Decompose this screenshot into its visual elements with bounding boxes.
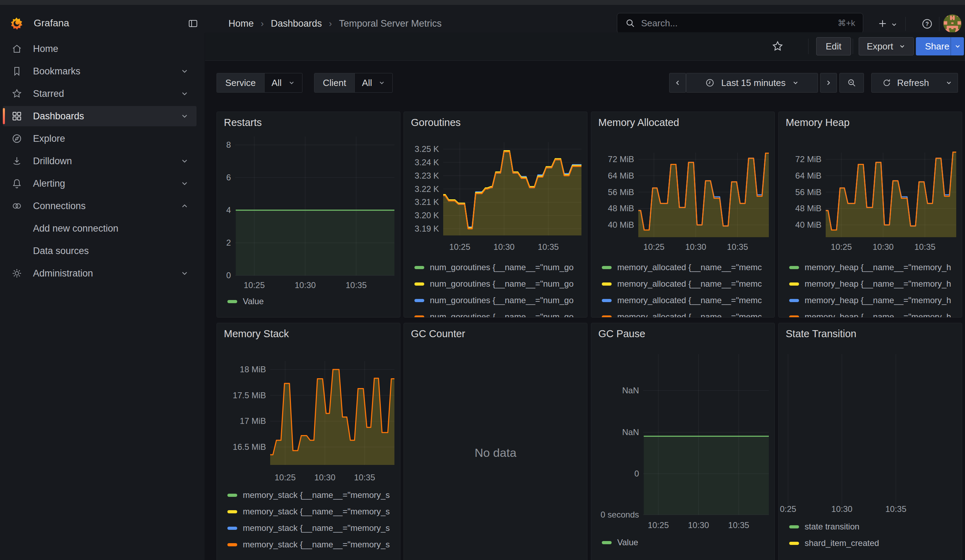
sidebar-item-explore[interactable]: Explore — [3, 129, 196, 149]
breadcrumb-home[interactable]: Home — [229, 18, 254, 29]
legend-item[interactable]: state transition — [789, 521, 958, 532]
legend-series-color — [789, 266, 799, 269]
sidebar-item-label: Alerting — [33, 178, 65, 189]
chevron-down-icon — [792, 79, 799, 87]
time-back-button[interactable] — [669, 73, 686, 93]
sidebar-item-label: Add new connection — [33, 223, 118, 234]
sidebar-item-starred[interactable]: Starred — [3, 83, 196, 104]
sidebar-item-administration[interactable]: Administration — [3, 263, 196, 284]
sidebar-item-label: Starred — [33, 88, 64, 99]
legend-item[interactable]: memory_allocated {__name__="memc — [602, 262, 770, 273]
panel-gc-pause: GC Pause NaNNaN00 seconds10:2510:3010:35… — [591, 323, 775, 560]
share-dropdown-button[interactable] — [950, 37, 964, 56]
refresh-interval-dropdown[interactable] — [940, 73, 958, 93]
legend-item[interactable]: Value — [602, 537, 770, 548]
y-axis-tick: 16.5 MiB — [217, 442, 266, 452]
export-button[interactable]: Export — [859, 37, 914, 56]
sidebar-nav: Home Bookmarks Starred Dashboards Explor… — [0, 32, 204, 560]
sidebar-item-label: Explore — [33, 133, 65, 144]
legend-item[interactable]: Value — [227, 296, 396, 307]
legend-item[interactable]: num_goroutines {__name__="num_go — [414, 279, 583, 289]
legend-item[interactable]: memory_allocated {__name__="memc — [602, 295, 770, 305]
sidebar-item-alerting[interactable]: Alerting — [3, 173, 196, 194]
sidebar-item-dashboards[interactable]: Dashboards — [3, 106, 196, 126]
legend-series-color — [414, 299, 424, 302]
chevron-down-icon[interactable] — [180, 67, 189, 75]
legend-item[interactable]: memory_heap {__name__="memory_h — [789, 279, 958, 289]
legend-series-label: num_goroutines {__name__="num_go — [430, 279, 574, 289]
legend-item[interactable]: memory_heap {__name__="memory_h — [789, 262, 958, 273]
chevron-down-icon[interactable] — [180, 179, 189, 188]
chevron-down-icon[interactable] — [180, 90, 189, 98]
help-icon[interactable]: ? — [921, 18, 934, 30]
legend-item[interactable]: shard_item_created — [789, 538, 958, 549]
legend-item[interactable]: memory_stack {__name__="memory_s — [227, 506, 396, 517]
legend-item[interactable]: memory_stack {__name__="memory_s — [227, 523, 396, 533]
legend-series-color — [602, 299, 612, 302]
export-label: Export — [867, 41, 893, 52]
breadcrumb-dashboards[interactable]: Dashboards — [271, 18, 322, 29]
client-filter[interactable]: Client All — [314, 73, 393, 93]
toolbar-divider — [808, 39, 808, 54]
chevron-up-icon[interactable] — [180, 202, 189, 210]
zoom-out-button[interactable] — [839, 73, 864, 93]
legend-item[interactable]: memory_heap {__name__="memory_h — [789, 295, 958, 305]
service-filter-value: All — [272, 78, 282, 88]
legend-series-color — [414, 315, 424, 318]
sidebar-toggle-icon[interactable] — [187, 18, 199, 29]
y-axis-tick: 40 MiB — [779, 220, 821, 230]
sidebar-item-data-sources[interactable]: Data sources — [3, 241, 227, 261]
x-axis-tick: 10:35 — [346, 280, 367, 291]
sidebar-item-home[interactable]: Home — [3, 39, 196, 59]
panel-restarts: Restarts 8642010:2510:3010:35Value — [216, 112, 401, 318]
legend-series-color — [602, 266, 612, 269]
legend-series-color — [227, 494, 237, 497]
chevron-down-icon — [378, 79, 385, 87]
time-forward-button[interactable] — [820, 73, 837, 93]
time-range-picker[interactable]: Last 15 minutes — [686, 73, 818, 93]
sidebar-item-connections[interactable]: Connections — [3, 196, 196, 216]
add-new-button[interactable] — [877, 18, 888, 29]
header-divider — [905, 17, 906, 31]
favorite-star-icon[interactable] — [771, 40, 784, 53]
star-icon — [11, 88, 23, 99]
legend-series-label: memory_heap {__name__="memory_h — [805, 279, 951, 289]
header-divider — [939, 17, 939, 31]
edit-button[interactable]: Edit — [816, 37, 851, 56]
legend-item[interactable]: num_goroutines {__name__="num_go — [414, 312, 583, 318]
legend-item[interactable]: memory_stack {__name__="memory_s — [227, 490, 396, 500]
sidebar-item-drilldown[interactable]: Drilldown — [3, 151, 196, 171]
legend-series-label: num_goroutines {__name__="num_go — [430, 263, 574, 272]
legend-item[interactable]: memory_allocated {__name__="memc — [602, 279, 770, 289]
chevron-down-icon[interactable] — [180, 157, 189, 165]
service-filter[interactable]: Service All — [216, 73, 303, 93]
legend-item[interactable]: num_goroutines {__name__="num_go — [414, 262, 583, 273]
refresh-button[interactable]: Refresh — [871, 73, 940, 93]
chevron-down-icon[interactable] — [891, 21, 898, 28]
search-input[interactable]: Search... ⌘+k — [617, 13, 863, 33]
sidebar-item-label: Administration — [33, 268, 93, 279]
legend-item[interactable]: memory_stack {__name__="memory_s — [227, 539, 396, 550]
sidebar-item-bookmarks[interactable]: Bookmarks — [3, 61, 196, 82]
panel-title[interactable]: GC Counter — [411, 328, 465, 340]
chevron-down-icon[interactable] — [180, 112, 189, 120]
chevron-down-icon — [288, 79, 295, 87]
legend-series-label: memory_heap {__name__="memory_h — [805, 312, 951, 318]
legend-series-color — [789, 542, 799, 545]
legend-item[interactable]: num_goroutines {__name__="num_go — [414, 295, 583, 305]
legend-item[interactable]: memory_allocated {__name__="memc — [602, 312, 770, 318]
legend-item[interactable]: memory_heap {__name__="memory_h — [789, 312, 958, 318]
user-avatar[interactable] — [943, 15, 962, 33]
grafana-logo-icon[interactable] — [10, 17, 23, 30]
legend-series-color — [227, 300, 237, 303]
refresh-label: Refresh — [897, 78, 929, 88]
window-strip — [0, 0, 965, 5]
search-placeholder: Search... — [641, 18, 832, 29]
y-axis-tick: 3.23 K — [404, 171, 439, 181]
sidebar-item-add-new-connection[interactable]: Add new connection — [3, 218, 227, 238]
svg-text:?: ? — [925, 21, 929, 27]
no-data-message: No data — [404, 446, 587, 460]
chevron-down-icon[interactable] — [180, 269, 189, 278]
legend-series-color — [602, 315, 612, 318]
connections-link-icon — [11, 200, 23, 212]
